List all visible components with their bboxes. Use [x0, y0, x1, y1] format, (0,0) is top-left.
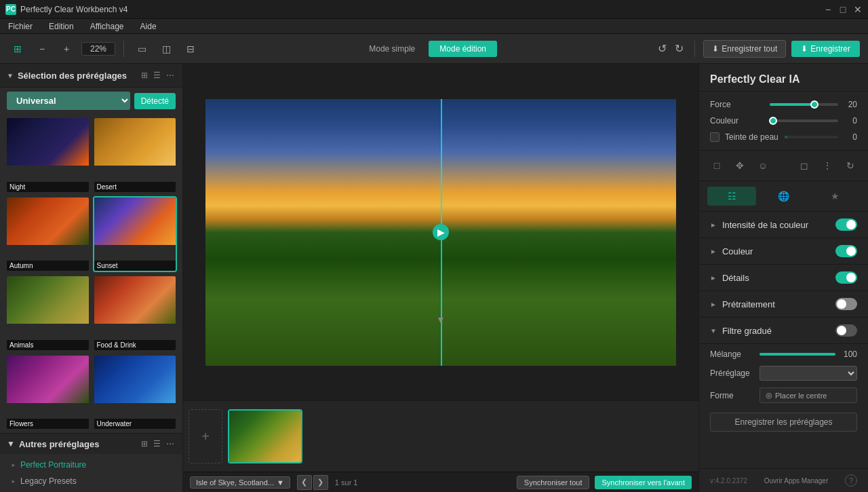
filtre-toggle[interactable] [835, 324, 857, 337]
menu-affichage[interactable]: Affichage [87, 20, 127, 33]
next-button[interactable]: ❯ [313, 475, 328, 490]
other-presets-list: ► Perfect Portraiture ► Legacy Presets [0, 454, 182, 492]
preglage-row: Préréglage [710, 366, 857, 381]
force-label: Force [710, 100, 764, 109]
compare-tool-icon[interactable]: ◻ [795, 156, 814, 175]
accordion-intensite-header[interactable]: ► Intensité de la couleur [699, 212, 868, 238]
menu-edition[interactable]: Edition [46, 20, 77, 33]
force-slider[interactable] [770, 103, 838, 106]
ai-sliders: Force 20 Couleur 0 Teinte de peau [699, 92, 868, 151]
minimize-icon[interactable]: − [823, 5, 833, 14]
skin-checkbox[interactable] [710, 132, 719, 142]
preset-underwater[interactable]: Underwater [93, 354, 178, 431]
tab-globe[interactable]: 🌐 [759, 187, 808, 206]
preset-animals[interactable]: Animals [5, 275, 90, 352]
couleur-slider[interactable] [770, 119, 838, 122]
separator-2 [694, 41, 695, 57]
accordion-details-header[interactable]: ► Détails [699, 265, 868, 290]
skin-slider[interactable] [785, 136, 838, 138]
other-presets-header[interactable]: ▼ Autres préréglages ⊞ ☰ ⋯ [0, 433, 182, 454]
redo-button[interactable]: ↻ [672, 39, 686, 58]
file-chevron-icon: ▼ [277, 478, 284, 487]
split-view-button[interactable]: ◫ [157, 39, 176, 58]
details-toggle[interactable] [835, 271, 857, 284]
preset-perfect-portraiture[interactable]: ► Perfect Portraiture [11, 457, 172, 473]
center-icon: ◎ [766, 391, 772, 400]
preset-dropdown[interactable]: Universal [7, 92, 130, 110]
file-selector[interactable]: Isle of Skye, Scotland... ▼ [190, 476, 290, 489]
tab-row: ☷ 🌐 ★ [699, 181, 868, 212]
filtre-header[interactable]: ▼ Filtre gradué [699, 318, 868, 344]
zoom-in-button[interactable]: + [57, 39, 76, 58]
apps-manager-link[interactable]: Ouvrir Apps Manager [764, 477, 829, 485]
section-chevron: ▼ [7, 72, 14, 79]
couleur-toggle[interactable] [835, 245, 857, 257]
preset-flowers[interactable]: Flowers [5, 354, 90, 431]
refresh-tool-icon[interactable]: ↻ [841, 156, 860, 175]
sync-all-button[interactable]: Synchroniser tout [517, 476, 590, 489]
preset-night-label: Night [7, 182, 89, 192]
titlebar-left: PC Perfectly Clear Workbench v4 [5, 4, 128, 15]
save-presets-button[interactable]: Enregistrer les préréglages [710, 413, 857, 432]
couleur-thumb[interactable] [769, 117, 777, 125]
home-button[interactable]: ⊞ [8, 39, 27, 58]
preset-legacy-presets[interactable]: ► Legacy Presets [11, 473, 172, 489]
preset-night[interactable]: Night [5, 117, 90, 193]
tab-sliders[interactable]: ☷ [707, 187, 756, 206]
save-button[interactable]: ⬇ Enregistrer [791, 41, 860, 57]
force-thumb[interactable] [810, 100, 818, 109]
legacy-label: Legacy Presets [20, 476, 77, 486]
grid-view-button[interactable]: ⊟ [181, 39, 200, 58]
split-tool-icon[interactable]: ⋮ [818, 156, 837, 175]
pretraitement-toggle[interactable] [835, 298, 857, 310]
preglage-select[interactable] [760, 366, 857, 381]
thumb-skye[interactable] [228, 409, 302, 463]
intensite-toggle[interactable] [835, 219, 857, 231]
preset-food[interactable]: Food & Drink [93, 275, 178, 352]
preset-sunset-label: Sunset [94, 261, 176, 271]
panel-icons: ⊞ ☰ ⋯ [140, 69, 176, 81]
filtre-chevron-icon: ▼ [710, 327, 717, 335]
face-tool-icon[interactable]: ☺ [753, 156, 772, 175]
maximize-icon[interactable]: □ [838, 5, 848, 14]
preset-autumn[interactable]: Autumn [5, 196, 90, 273]
other-grid-icon[interactable]: ⊞ [140, 438, 149, 450]
help-icon[interactable]: ? [845, 474, 857, 487]
couleur-value: 0 [844, 116, 857, 126]
transform-tool-icon[interactable]: ✥ [730, 156, 749, 175]
accordion-pretraitement-header[interactable]: ► Prétraitement [699, 291, 868, 317]
preset-sunset[interactable]: Sunset [93, 196, 178, 273]
place-center-button[interactable]: ◎ Placer le centre [760, 387, 857, 403]
mode-edition-button[interactable]: Mode édition [429, 41, 497, 57]
save-label: Enregistrer [810, 44, 850, 54]
couleur-knob [846, 246, 856, 256]
preset-desert[interactable]: Desert [93, 117, 178, 193]
grid-view-icon[interactable]: ⊞ [140, 69, 149, 81]
split-handle[interactable]: ▶ [433, 224, 449, 240]
mode-simple-button[interactable]: Mode simple [358, 41, 426, 57]
crop-tool-icon[interactable]: □ [707, 156, 726, 175]
filtre-content: Mélange 100 Préréglage Forme ◎ [699, 344, 868, 437]
save-all-button[interactable]: ⬇ Enregistrer tout [703, 40, 786, 58]
melange-slider[interactable] [760, 353, 835, 356]
close-icon[interactable]: ✕ [853, 5, 863, 14]
pretraitement-title: Prétraitement [722, 299, 830, 309]
menu-fichier[interactable]: Fichier [5, 20, 35, 33]
other-list-icon[interactable]: ☰ [152, 438, 162, 450]
prev-button[interactable]: ❮ [297, 475, 312, 490]
sync-forward-button[interactable]: Synchroniser vers l'avant [595, 476, 692, 489]
zoom-display: 22% [81, 42, 115, 56]
zoom-out-button[interactable]: − [33, 39, 52, 58]
other-more-icon[interactable]: ⋯ [165, 438, 176, 450]
detect-button[interactable]: Détecté [134, 93, 176, 109]
more-options-icon[interactable]: ⋯ [165, 69, 176, 81]
accordion-couleur-header[interactable]: ► Couleur [699, 238, 868, 264]
pretraitement-knob [837, 299, 846, 309]
menu-aide[interactable]: Aide [138, 20, 159, 33]
undo-button[interactable]: ↺ [655, 39, 669, 58]
tab-star[interactable]: ★ [811, 187, 860, 206]
titlebar-controls[interactable]: − □ ✕ [823, 5, 863, 14]
single-view-button[interactable]: ▭ [132, 39, 151, 58]
add-image-button[interactable]: + [189, 409, 222, 463]
list-view-icon[interactable]: ☰ [152, 69, 162, 81]
